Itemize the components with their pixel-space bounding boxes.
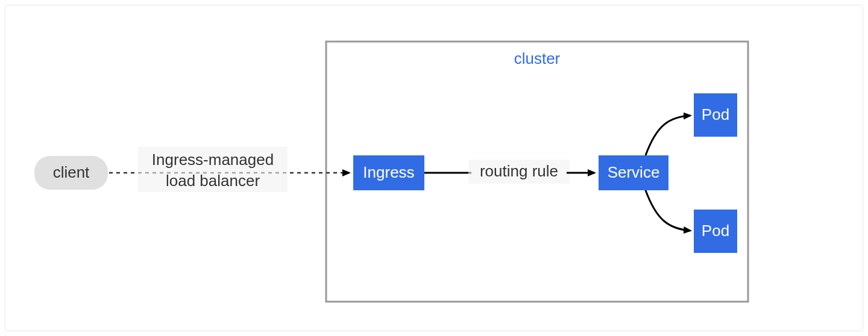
node-ingress-label: Ingress	[363, 163, 414, 181]
node-ingress: Ingress	[353, 155, 424, 190]
cluster-title: cluster	[514, 49, 561, 67]
edge-ingress-to-service-label: routing rule	[480, 162, 558, 180]
edge-client-to-ingress-label-1: Ingress-managed	[152, 151, 274, 169]
node-service-label: Service	[608, 163, 660, 181]
node-client-label: client	[53, 163, 90, 181]
edge-client-to-ingress: Ingress-managed load balancer	[109, 146, 349, 192]
node-pod-2-label: Pod	[702, 222, 729, 240]
diagram-frame: cluster client Ingress-managed load bala…	[5, 5, 863, 331]
node-pod-1: Pod	[694, 93, 737, 137]
edge-client-to-ingress-label-2: load balancer	[166, 172, 260, 190]
node-service: Service	[599, 155, 668, 190]
node-pod-2: Pod	[694, 210, 737, 253]
ingress-diagram: cluster client Ingress-managed load bala…	[5, 5, 864, 332]
node-client: client	[34, 156, 108, 190]
node-pod-1-label: Pod	[702, 105, 729, 123]
